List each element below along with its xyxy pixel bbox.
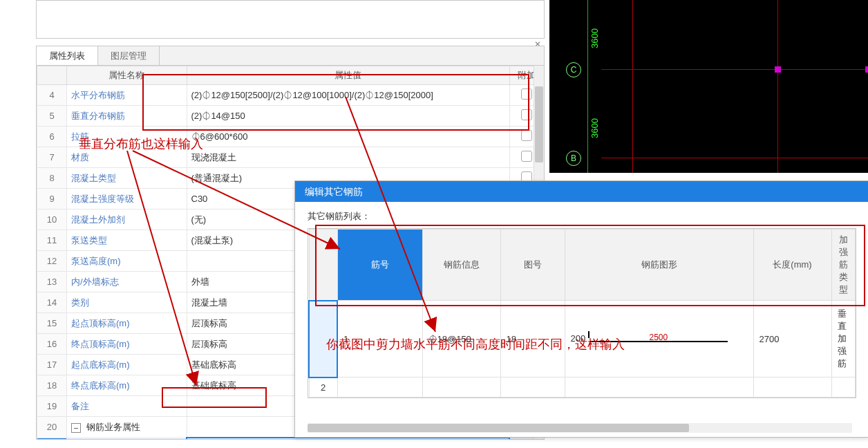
property-name: 混凝土类型 xyxy=(67,168,187,189)
col-no[interactable]: 筋号 xyxy=(337,230,422,301)
tab-properties[interactable]: 属性列表 xyxy=(37,46,98,67)
row-number: 4 xyxy=(37,85,67,106)
tab-layers[interactable]: 图层管理 xyxy=(98,46,160,66)
row-number: 18 xyxy=(37,375,67,396)
property-value[interactable]: (2)⏀14@150 xyxy=(187,106,509,127)
property-row[interactable]: 6拉筋⏀6@600*600 xyxy=(37,127,544,147)
tab-bar: 属性列表 图层管理 xyxy=(36,46,545,66)
row-number: 8 xyxy=(37,168,67,189)
row-number: 15 xyxy=(37,313,67,334)
row-handle[interactable]: 2 xyxy=(309,377,337,398)
property-name: 泵送类型 xyxy=(67,230,187,251)
shape-mid-value: 2500 xyxy=(649,333,668,342)
row-number: 13 xyxy=(37,272,67,292)
property-value[interactable]: 18 xyxy=(187,438,509,440)
header-box: ✕ xyxy=(36,0,545,39)
property-name: 终点底标高(m) xyxy=(67,375,187,396)
row-number: 20 xyxy=(37,417,67,438)
property-name: 起点底标高(m) xyxy=(67,355,187,375)
dim-3600-1: 3600 xyxy=(589,28,600,48)
property-name: 混凝土强度等级 xyxy=(67,189,187,209)
grip-handle[interactable] xyxy=(865,66,868,73)
property-row[interactable]: 7材质现浇混凝土 xyxy=(37,147,544,168)
property-name: 拉筋 xyxy=(67,127,187,147)
property-name: 材质 xyxy=(67,147,187,168)
shape-left-value: 200 xyxy=(571,333,586,344)
property-name: 垂直分布钢筋 xyxy=(67,106,187,127)
property-name: 备注 xyxy=(67,396,187,417)
checkbox-icon[interactable] xyxy=(521,151,532,162)
row-number: 7 xyxy=(37,147,67,168)
property-name: 类别 xyxy=(67,292,187,313)
hscroll-thumb[interactable] xyxy=(308,424,689,432)
col-name: 属性名称 xyxy=(67,66,187,85)
rebar-row[interactable]: 1 ⏀18@150 18 200 2500 2700 垂直加强筋 xyxy=(309,301,856,377)
checkbox-icon[interactable] xyxy=(521,88,532,100)
dim-axis xyxy=(587,0,588,173)
property-value[interactable]: 现浇混凝土 xyxy=(187,147,509,168)
scroll-thumb[interactable] xyxy=(535,86,543,162)
cell-info[interactable]: ⏀18@150 xyxy=(422,301,500,377)
row-number: 14 xyxy=(37,292,67,313)
row-handle[interactable] xyxy=(309,301,337,377)
row-number: 12 xyxy=(37,251,67,272)
property-value[interactable]: ⏀6@600*600 xyxy=(187,127,509,147)
property-value[interactable]: (2)⏀12@150[2500]/(2)⏀12@100[1000]/(2)⏀12… xyxy=(187,85,509,106)
property-row[interactable]: 5垂直分布钢筋(2)⏀14@150 xyxy=(37,106,544,127)
col-blank xyxy=(309,230,337,301)
row-number: 19 xyxy=(37,396,67,417)
row-number: 5 xyxy=(37,106,67,127)
cell-shape[interactable]: 200 2500 xyxy=(565,301,753,377)
checkbox-icon[interactable] xyxy=(521,109,532,120)
axis-bubble-b: B xyxy=(566,151,581,166)
property-name: – 钢筋业务属性 xyxy=(67,417,187,438)
row-number: 10 xyxy=(37,209,67,230)
col-fig[interactable]: 图号 xyxy=(500,230,565,301)
edit-rebar-dialog: 编辑其它钢筋 其它钢筋列表： 筋号 钢筋信息 图号 钢筋图形 长度(mm) 加强… xyxy=(294,180,868,438)
property-name: 水平分布钢筋 xyxy=(67,85,187,106)
rebar-row-empty[interactable]: 2 xyxy=(309,377,856,398)
row-number: 17 xyxy=(37,355,67,375)
property-row[interactable]: 21 其它钢筋18 xyxy=(37,438,544,440)
col-value: 属性值 xyxy=(187,66,509,85)
row-number: 11 xyxy=(37,230,67,251)
property-name: 其它钢筋 xyxy=(67,438,187,440)
property-name: 起点顶标高(m) xyxy=(67,313,187,334)
col-info[interactable]: 钢筋信息 xyxy=(422,230,500,301)
cell-no[interactable]: 1 xyxy=(337,301,422,377)
property-name: 泵送高度(m) xyxy=(67,251,187,272)
col-len[interactable]: 长度(mm) xyxy=(753,230,831,301)
cell-type[interactable]: 垂直加强筋 xyxy=(831,301,856,377)
property-row[interactable]: 4水平分布钢筋(2)⏀12@150[2500]/(2)⏀12@100[1000]… xyxy=(37,85,544,106)
property-name: 终点顶标高(m) xyxy=(67,334,187,355)
row-number: 9 xyxy=(37,189,67,209)
checkbox-icon[interactable] xyxy=(521,130,532,141)
property-name: 混凝土外加剂 xyxy=(67,209,187,230)
collapse-icon[interactable]: – xyxy=(71,423,81,433)
grip-handle[interactable] xyxy=(775,66,781,73)
axis-bubble-c: C xyxy=(566,62,581,77)
row-number: 6 xyxy=(37,127,67,147)
col-rownum xyxy=(37,66,67,85)
col-type[interactable]: 加强筋类型 xyxy=(831,230,856,301)
rebar-table: 筋号 钢筋信息 图号 钢筋图形 长度(mm) 加强筋类型 1 ⏀18@150 1… xyxy=(308,228,856,398)
cell-len[interactable]: 2700 xyxy=(753,301,831,377)
property-name: 内/外墙标志 xyxy=(67,272,187,292)
row-number: 21 xyxy=(37,438,67,440)
dialog-subtitle: 其它钢筋列表： xyxy=(295,202,868,228)
dim-3600-2: 3600 xyxy=(589,118,600,138)
row-number: 16 xyxy=(37,334,67,355)
dialog-title: 编辑其它钢筋 xyxy=(295,181,868,202)
col-shape[interactable]: 钢筋图形 xyxy=(565,230,753,301)
cell-fig[interactable]: 18 xyxy=(500,301,565,377)
horizontal-scrollbar[interactable] xyxy=(308,423,852,433)
drawing-viewport[interactable]: C B 3600 3600 xyxy=(549,0,868,173)
